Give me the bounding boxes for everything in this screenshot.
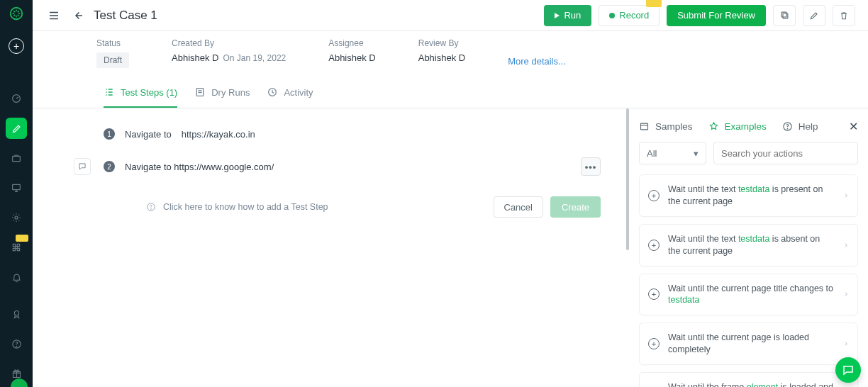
bottom-stub (65, 381, 868, 387)
svg-rect-9 (783, 13, 788, 18)
example-item[interactable]: +Wait until the current page is loaded c… (639, 322, 858, 365)
edit-icon[interactable] (6, 118, 27, 139)
step-input[interactable] (125, 154, 571, 179)
plus-circle-icon: + (648, 240, 660, 251)
svg-point-0 (11, 8, 23, 20)
briefcase-icon[interactable] (6, 147, 27, 169)
assignee-block: Assignee Abhishek D (328, 38, 375, 63)
panel-tab-examples-label: Examples (725, 121, 767, 132)
plus-circle-icon: + (648, 190, 660, 201)
add-new-button[interactable]: + (9, 38, 24, 54)
chevron-right-icon (843, 241, 849, 249)
page-header: Test Case 1 Run Record Submit For Review (33, 0, 868, 31)
plus-circle-icon: + (648, 338, 660, 349)
chevron-right-icon (843, 191, 849, 200)
svg-rect-3 (13, 184, 21, 189)
record-dot-icon (609, 13, 615, 18)
example-text: Wait until the text testdata is absent o… (668, 233, 835, 257)
filter-select[interactable]: All ▾ (639, 142, 706, 164)
more-details-link[interactable]: More details... (508, 56, 566, 68)
review-block: Review By Abhishek D (418, 38, 465, 63)
copy-button[interactable] (773, 5, 796, 26)
tab-test-steps[interactable]: Test Steps (1) (104, 79, 177, 108)
edit-button[interactable] (803, 5, 825, 26)
svg-point-17 (787, 128, 788, 129)
tab-dry-runs-label: Dry Runs (211, 87, 250, 98)
examples-list: +Wait until the text testdata is present… (629, 173, 868, 387)
step-more-button[interactable]: ••• (581, 157, 601, 176)
created-on: On Jan 19, 2022 (223, 53, 286, 63)
tab-activity[interactable]: Activity (267, 79, 313, 108)
svg-point-4 (15, 216, 18, 219)
gear-icon[interactable] (6, 207, 27, 228)
example-item[interactable]: +Wait until the text testdata is present… (639, 174, 858, 217)
chevron-right-icon (843, 290, 849, 298)
page-title: Test Case 1 (94, 9, 157, 23)
run-label: Run (564, 10, 581, 21)
submit-review-label: Submit For Review (677, 10, 755, 21)
new-badge (16, 235, 28, 242)
puzzle-icon[interactable] (6, 237, 27, 258)
content-tabs: Test Steps (1) Dry Runs Activity (33, 79, 868, 108)
tab-dry-runs[interactable]: Dry Runs (194, 79, 250, 108)
help-circle-icon[interactable] (6, 333, 27, 354)
tab-activity-label: Activity (284, 87, 313, 98)
cancel-button[interactable]: Cancel (494, 196, 543, 218)
review-label: Review By (418, 38, 465, 48)
submit-review-button[interactable]: Submit For Review (667, 5, 766, 26)
svg-point-5 (14, 310, 18, 315)
bell-icon[interactable] (6, 267, 27, 288)
app-logo[interactable] (7, 4, 26, 23)
delete-button[interactable] (833, 5, 855, 26)
panel-tab-help[interactable]: Help (782, 121, 818, 132)
meta-row: Status Draft Created By Abhishek D On Ja… (33, 31, 868, 79)
created-block: Created By Abhishek D On Jan 19, 2022 (172, 38, 286, 63)
example-item[interactable]: +Wait until the current page title chang… (639, 274, 858, 316)
svg-point-14 (151, 209, 152, 210)
panel-tab-samples[interactable]: Samples (639, 121, 693, 132)
panel-close-icon[interactable]: ✕ (849, 120, 858, 133)
dashboard-icon[interactable] (6, 88, 27, 109)
step-prefix: Navigate to (125, 129, 172, 140)
example-text: Wait until the text testdata is present … (668, 184, 835, 208)
step-row-2[interactable]: 2 ••• (68, 147, 629, 186)
record-button[interactable]: Record (599, 5, 660, 26)
example-text: Wait until the current page is loaded co… (668, 332, 835, 356)
back-icon[interactable] (69, 7, 87, 24)
record-label: Record (619, 10, 649, 21)
hint-text[interactable]: Click here to know how to add a Test Ste… (163, 202, 328, 212)
panel-tab-samples-label: Samples (655, 121, 693, 132)
monitor-icon[interactable] (6, 177, 27, 198)
step-number: 1 (104, 128, 115, 140)
created-by: Abhishek D (172, 52, 218, 63)
step-number: 2 (104, 161, 115, 172)
svg-rect-2 (13, 156, 21, 161)
main-sidebar: + (0, 0, 33, 387)
run-button[interactable]: Run (544, 5, 591, 26)
step-url: https://kayak.co.in (182, 129, 255, 140)
caret-down-icon: ▾ (694, 148, 699, 159)
steps-list: 1 Navigate to https://kayak.co.in 2 ••• … (33, 108, 629, 387)
example-item[interactable]: +Wait until the text testdata is absent … (639, 224, 858, 267)
search-input[interactable] (713, 142, 858, 164)
example-text: Wait until the current page title change… (668, 283, 835, 307)
status-label: Status (96, 38, 129, 48)
step-row-1[interactable]: 1 Navigate to https://kayak.co.in (68, 121, 629, 147)
plus-circle-icon: + (648, 288, 660, 300)
chevron-right-icon (843, 340, 849, 348)
chat-fab[interactable] (835, 357, 861, 383)
panel-tab-help-label: Help (799, 121, 818, 132)
tab-test-steps-label: Test Steps (1) (121, 87, 177, 98)
svg-rect-10 (781, 12, 786, 17)
create-button: Create (550, 196, 601, 218)
award-icon[interactable] (6, 303, 27, 325)
svg-point-7 (16, 346, 17, 347)
reviewer-value: Abhishek D (418, 52, 465, 63)
created-label: Created By (172, 38, 286, 48)
hamburger-icon[interactable] (45, 7, 62, 24)
panel-tab-examples[interactable]: Examples (708, 121, 767, 132)
comment-icon[interactable] (74, 158, 91, 175)
play-icon (555, 13, 560, 18)
status-chip[interactable]: Draft (96, 52, 129, 68)
filter-select-value: All (647, 148, 657, 159)
